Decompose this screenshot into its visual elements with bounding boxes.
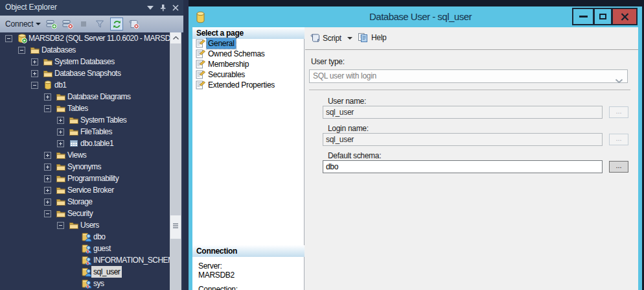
- object-explorer-tree: MARSDB2 (SQL Server 11.0.6020 - MARSDDat…: [0, 32, 183, 290]
- tree-item-users[interactable]: Users: [0, 219, 170, 231]
- tree-item-database-diagrams[interactable]: Database Diagrams: [0, 91, 170, 103]
- tree-item-tables[interactable]: Tables: [0, 103, 170, 114]
- tree-item-synonyms[interactable]: Synonyms: [0, 161, 170, 173]
- folder-icon: [30, 45, 40, 55]
- expand-icon[interactable]: [44, 199, 51, 206]
- user-disabled-icon: [82, 255, 92, 265]
- server-value: MARSDB2: [198, 271, 235, 280]
- expand-icon[interactable]: [57, 117, 64, 124]
- chevron-down-icon[interactable]: [347, 37, 352, 40]
- object-explorer-title: Object Explorer: [5, 3, 57, 12]
- panel-gap: [183, 0, 189, 290]
- login-name-browse-button[interactable]: ...: [609, 134, 628, 145]
- folder-icon: [69, 220, 79, 230]
- collapse-icon[interactable]: [44, 105, 51, 112]
- pin-icon[interactable]: [159, 4, 167, 12]
- expand-icon[interactable]: [57, 128, 64, 136]
- tree-item-label: Database Snapshots: [54, 67, 121, 79]
- tree-item-dbo-table1[interactable]: dbo.table1: [0, 138, 170, 149]
- collapse-icon[interactable]: [44, 210, 51, 217]
- tree-item-views[interactable]: Views: [0, 149, 170, 161]
- dialog-titlebar[interactable]: Database User - sql_user: [189, 6, 642, 27]
- connect-server-icon[interactable]: [45, 18, 57, 30]
- tree-item-system-databases[interactable]: System Databases: [0, 56, 170, 67]
- user-name-input[interactable]: sql_user: [323, 106, 603, 119]
- page-item-label: Owned Schemas: [208, 49, 264, 59]
- window-position-icon[interactable]: [147, 6, 154, 10]
- tree-item-marsdb2-sql-server-11-0-6020-marsd[interactable]: MARSDB2 (SQL Server 11.0.6020 - MARSD: [0, 32, 170, 44]
- expand-icon[interactable]: [57, 140, 64, 147]
- user-icon: [82, 267, 92, 277]
- tree-item-security[interactable]: Security: [0, 208, 170, 219]
- dialog-body: Select a page GeneralOwned SchemasMember…: [192, 27, 638, 290]
- tree-item-label: sys: [93, 278, 104, 289]
- login-name-input[interactable]: sql_user: [323, 133, 603, 146]
- tree-scrollbar[interactable]: [170, 32, 181, 290]
- expand-icon[interactable]: [44, 93, 51, 101]
- user-disabled-icon: [82, 278, 92, 289]
- tree-item-label: Security: [67, 208, 93, 219]
- tree-item-dbo[interactable]: dbo: [0, 231, 170, 243]
- expand-icon[interactable]: [31, 58, 38, 66]
- collapse-icon[interactable]: [31, 82, 38, 89]
- tree-item-sql-user[interactable]: sql_user: [0, 266, 170, 278]
- user-type-select[interactable]: SQL user with login: [309, 69, 628, 83]
- dialog-toolbar: Script Help: [305, 27, 638, 50]
- page-item-membership[interactable]: Membership: [192, 59, 305, 69]
- tree-item-label: guest: [93, 243, 111, 254]
- script-error-icon[interactable]: [128, 18, 139, 30]
- connect-button[interactable]: Connect: [5, 19, 41, 29]
- tree-item-database-snapshots[interactable]: Database Snapshots: [0, 67, 170, 79]
- minimize-button[interactable]: [572, 8, 594, 25]
- close-button[interactable]: [612, 8, 638, 25]
- tree-item-filetables[interactable]: FileTables: [0, 126, 170, 138]
- tree-item-label: sql_user: [91, 266, 122, 278]
- disconnect-server-icon[interactable]: [62, 18, 73, 30]
- tree-item-system-tables[interactable]: System Tables: [0, 114, 170, 126]
- tree-item-label: System Databases: [54, 56, 115, 67]
- script-button[interactable]: Script: [310, 32, 352, 43]
- page-item-general[interactable]: General: [192, 38, 305, 49]
- stop-icon[interactable]: [78, 18, 89, 30]
- tree-item-db1[interactable]: db1: [0, 79, 170, 91]
- scroll-up-icon[interactable]: [170, 32, 181, 43]
- default-schema-input[interactable]: dbo: [323, 160, 603, 173]
- page-item-extended-properties[interactable]: Extended Properties: [192, 80, 305, 90]
- tree-item-label: Service Broker: [67, 184, 114, 196]
- default-schema-browse-button[interactable]: ...: [609, 161, 628, 173]
- tree-item-storage[interactable]: Storage: [0, 196, 170, 208]
- filter-icon[interactable]: [94, 18, 106, 30]
- expand-icon[interactable]: [44, 163, 51, 171]
- database-user-dialog: Database User - sql_user Select a page G…: [189, 6, 642, 290]
- tree-item-programmability[interactable]: Programmability: [0, 173, 170, 184]
- collapse-icon[interactable]: [57, 222, 64, 229]
- page-item-owned-schemas[interactable]: Owned Schemas: [192, 49, 305, 59]
- folder-icon: [69, 127, 79, 137]
- tree-item-guest[interactable]: guest: [0, 243, 170, 254]
- expand-icon[interactable]: [44, 187, 51, 194]
- scrollbar-thumb[interactable]: [170, 215, 181, 239]
- object-explorer-titlebar[interactable]: Object Explorer: [0, 0, 183, 16]
- page-item-securables[interactable]: Securables: [192, 69, 305, 80]
- user-disabled-icon: [82, 243, 92, 254]
- tree-item-databases[interactable]: Databases: [0, 44, 170, 56]
- help-icon: [358, 32, 369, 43]
- collapse-icon[interactable]: [5, 35, 12, 42]
- tree-item-sys[interactable]: sys: [0, 278, 170, 289]
- refresh-icon[interactable]: [110, 18, 123, 30]
- tree-item-service-broker[interactable]: Service Broker: [0, 184, 170, 196]
- expand-icon[interactable]: [44, 152, 51, 159]
- expand-icon[interactable]: [31, 70, 38, 77]
- close-icon[interactable]: [172, 5, 179, 11]
- maximize-button[interactable]: [594, 8, 612, 25]
- collapse-icon[interactable]: [18, 47, 25, 54]
- help-button[interactable]: Help: [358, 32, 386, 43]
- page-icon: [195, 80, 205, 93]
- tree-item-label: Database Diagrams: [67, 91, 131, 103]
- tree-item-label: INFORMATION_SCHEMA: [93, 254, 170, 266]
- expand-icon[interactable]: [44, 175, 51, 182]
- login-name-label: Login name:: [328, 124, 369, 133]
- folder-icon: [56, 173, 66, 184]
- user-name-browse-button[interactable]: ...: [609, 106, 628, 118]
- tree-item-information-schema[interactable]: INFORMATION_SCHEMA: [0, 254, 170, 266]
